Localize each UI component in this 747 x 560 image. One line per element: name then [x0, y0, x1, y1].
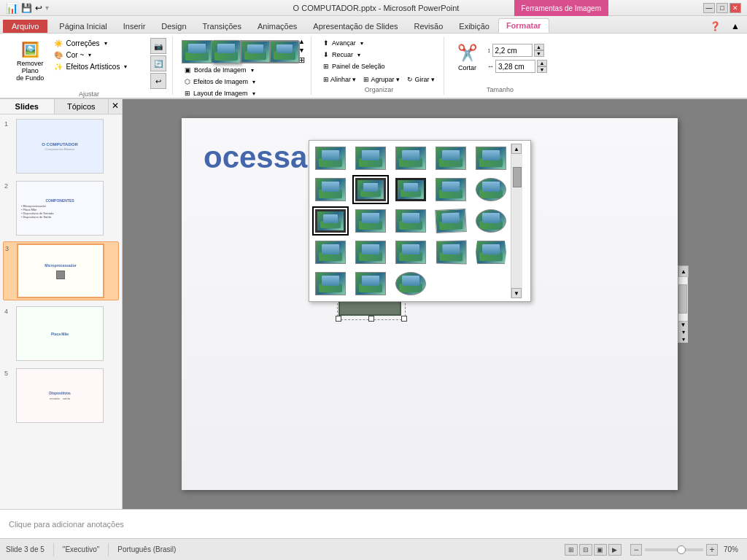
style-item-13[interactable]: [392, 206, 429, 236]
close-button[interactable]: ✕: [729, 3, 741, 13]
style-item-18[interactable]: [392, 238, 429, 267]
zoom-level[interactable]: 70%: [721, 545, 741, 553]
style-item-7[interactable]: [352, 175, 389, 204]
style-item-2[interactable]: [352, 144, 389, 173]
handle-bl[interactable]: [336, 316, 341, 322]
scroll-down-arrow[interactable]: ▼: [511, 288, 522, 298]
alinhar-button[interactable]: ⊞ Alinhar ▾: [320, 74, 360, 85]
girar-button[interactable]: ↻ Girar ▾: [404, 74, 438, 85]
style-item-10[interactable]: [473, 175, 509, 204]
canvas-scroll-up[interactable]: ▲: [678, 265, 689, 277]
help-button[interactable]: ❓: [705, 20, 725, 33]
zoom-thumb[interactable]: [677, 545, 686, 554]
slide-thumb-5[interactable]: 5 Dispositivos entrada saída: [3, 367, 119, 424]
scroll-up-arrow[interactable]: ▲: [511, 144, 522, 154]
tab-animacoes[interactable]: Animações: [250, 20, 304, 33]
borda-imagem-button[interactable]: ▣ Borda de Imagem ▾: [182, 65, 305, 75]
normal-view-button[interactable]: ⊞: [565, 544, 578, 556]
efeitos-imagem-button[interactable]: ⬡ Efeitos de Imagem ▾: [182, 77, 305, 87]
style-item-12[interactable]: [352, 206, 389, 236]
style-item-3[interactable]: [392, 144, 429, 173]
style-item-9[interactable]: [433, 175, 469, 204]
painel-selecao-button[interactable]: ⊞ Painel de Seleção: [320, 61, 438, 71]
style-item-23[interactable]: [392, 269, 429, 298]
tab-inserir[interactable]: Inserir: [116, 20, 153, 33]
tab-topicos[interactable]: Tópicos: [55, 99, 109, 114]
canvas-scroll-small[interactable]: ▾: [682, 329, 685, 335]
tab-transicoes[interactable]: Transições: [196, 20, 249, 33]
quick-access-undo[interactable]: ↩: [35, 3, 42, 13]
width-up[interactable]: ▲: [537, 60, 547, 66]
height-spinner[interactable]: ▲ ▼: [534, 44, 544, 57]
slideshow-button[interactable]: ▶: [608, 544, 622, 556]
minimize-button[interactable]: —: [703, 3, 715, 13]
handle-bm[interactable]: [368, 316, 374, 322]
notes-area[interactable]: Clique para adicionar anotações: [0, 509, 747, 538]
style-item-22[interactable]: [352, 269, 389, 298]
tab-apresentacao[interactable]: Apresentação de Slides: [306, 20, 405, 33]
style-preview-3[interactable]: [240, 40, 271, 63]
compress-image-button[interactable]: 📷: [150, 38, 166, 54]
layout-imagem-button[interactable]: ⊞ Layout de Imagem ▾: [182, 88, 305, 98]
style-item-6[interactable]: [312, 175, 349, 204]
style-preview-4[interactable]: [269, 40, 300, 63]
canvas-scroll-down[interactable]: ▼: [681, 322, 686, 328]
width-down[interactable]: ▼: [537, 66, 547, 73]
height-input[interactable]: [492, 44, 533, 57]
change-image-button[interactable]: 🔄: [150, 55, 166, 71]
height-down[interactable]: ▼: [534, 50, 544, 57]
handle-br[interactable]: [401, 316, 407, 322]
style-item-20[interactable]: [473, 238, 509, 267]
tab-arquivo[interactable]: Arquivo: [3, 20, 47, 33]
style-item-21[interactable]: [312, 269, 349, 298]
window-controls[interactable]: — □ ✕: [703, 3, 741, 13]
slide-sorter-button[interactable]: ⊟: [579, 544, 592, 556]
avancar-button[interactable]: ⬆ Avançar ▾: [320, 38, 438, 48]
style-item-11[interactable]: [312, 206, 349, 236]
quick-access-save[interactable]: 💾: [21, 3, 32, 13]
width-spinner[interactable]: ▲ ▼: [537, 60, 547, 73]
style-item-4[interactable]: [433, 144, 469, 173]
height-up[interactable]: ▲: [534, 44, 544, 50]
slide-thumb-1[interactable]: 1 O COMPUTADOR Componentes Básicos: [3, 117, 119, 175]
style-item-16[interactable]: [312, 238, 349, 267]
cortar-button[interactable]: ✂️ Cortar: [453, 41, 481, 74]
tab-formatar[interactable]: Formatar: [498, 18, 549, 33]
style-item-15[interactable]: [473, 206, 509, 236]
recuar-button[interactable]: ⬇ Recuar ▾: [320, 50, 438, 60]
correcoes-button[interactable]: ☀️ Correções ▾: [51, 38, 147, 49]
style-item-19[interactable]: [433, 238, 469, 267]
canvas-scroll-thumb[interactable]: [678, 284, 687, 314]
zoom-in-button[interactable]: +: [706, 544, 718, 556]
scroll-thumb[interactable]: [513, 167, 522, 187]
tab-pagina-inicial[interactable]: Página Inicial: [52, 20, 114, 33]
tab-revisao[interactable]: Revisão: [407, 20, 451, 33]
style-preview-1[interactable]: [182, 40, 212, 63]
reset-image-button[interactable]: ↩: [150, 73, 166, 89]
width-input[interactable]: [495, 60, 535, 73]
slide-thumb-3[interactable]: 3 Microprocessador: [3, 241, 119, 300]
style-item-17[interactable]: [352, 238, 389, 267]
reading-view-button[interactable]: ▣: [594, 544, 607, 556]
maximize-button[interactable]: □: [716, 3, 728, 13]
style-item-1[interactable]: [312, 144, 349, 173]
cor-button[interactable]: 🎨 Cor ~ ▾: [51, 50, 147, 61]
zoom-out-button[interactable]: −: [630, 544, 642, 556]
close-panel-button[interactable]: ✕: [109, 99, 122, 114]
style-preview-2[interactable]: [211, 40, 241, 63]
efeitos-artisticos-button[interactable]: ✨ Efeitos Artísticos ▾: [51, 61, 147, 72]
slide-thumb-2[interactable]: 2 COMPONENTES • Microprocessador • Placa…: [3, 179, 119, 237]
tab-slides[interactable]: Slides: [0, 99, 55, 114]
zoom-slider[interactable]: [645, 548, 703, 551]
style-item-14[interactable]: [433, 206, 469, 236]
tab-design[interactable]: Design: [154, 20, 193, 33]
slide-thumb-4[interactable]: 4 Placa Mãe: [3, 305, 119, 362]
style-item-5[interactable]: [473, 144, 509, 173]
canvas-scroll-large[interactable]: ▾: [682, 336, 685, 343]
canvas-area[interactable]: ▲ ▼ ocessador: [123, 99, 747, 509]
agrupar-button[interactable]: ⊞ Agrupar ▾: [360, 74, 403, 85]
remove-background-button[interactable]: 🖼️ Remover Planode Fundo: [12, 38, 48, 89]
ribbon-toggle[interactable]: ▲: [727, 20, 744, 33]
style-item-8[interactable]: [392, 175, 429, 204]
tab-exibicao[interactable]: Exibição: [452, 20, 497, 33]
